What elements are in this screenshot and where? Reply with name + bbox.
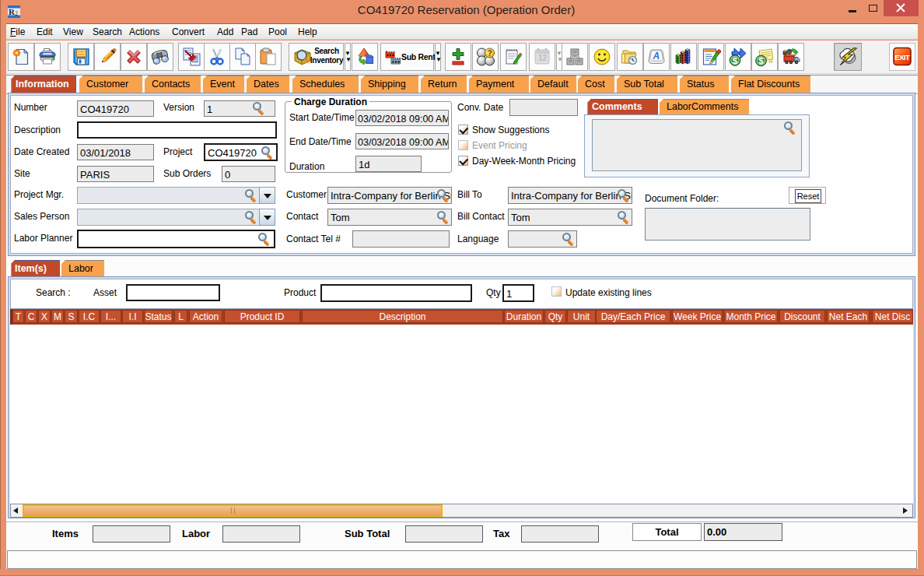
svg-text:?: ? (488, 49, 492, 58)
svg-text:EXIT: EXIT (894, 53, 910, 61)
svg-text:$: $ (758, 56, 764, 65)
svg-text:A: A (653, 51, 660, 61)
svg-text:$: $ (733, 56, 738, 65)
svg-text:12: 12 (538, 54, 548, 62)
